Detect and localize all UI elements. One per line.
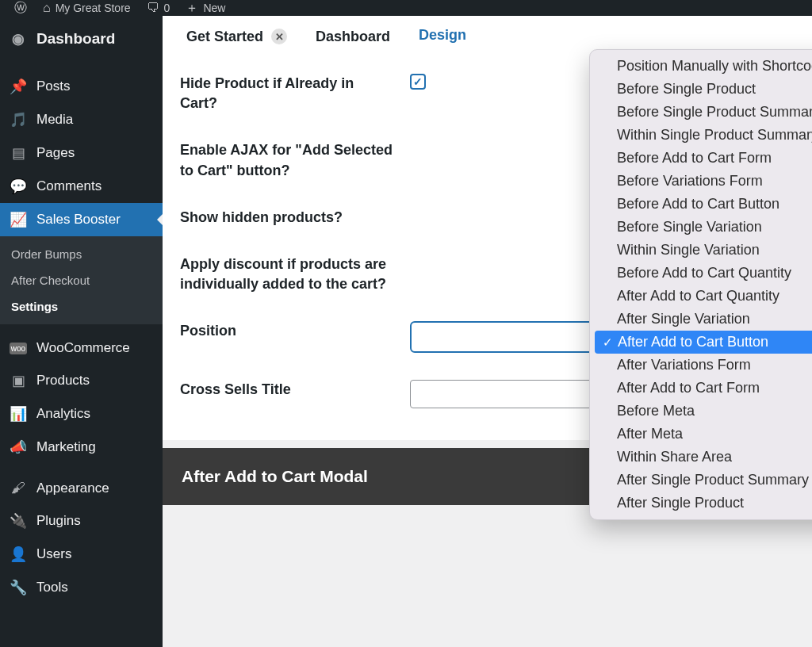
wp-logo[interactable]: ⓦ: [6, 0, 35, 17]
dropdown-option[interactable]: After Single Product Summary: [595, 469, 812, 492]
menu-label: Appearance: [36, 480, 153, 496]
menu-label: Comments: [36, 178, 153, 194]
menu-label: Sales Booster: [36, 212, 153, 228]
dashboard-icon: ◉: [10, 30, 27, 48]
pages-icon: ▤: [10, 144, 27, 162]
label-enable-ajax: Enable AJAX for "Add Selected to Cart" b…: [180, 140, 410, 180]
dropdown-option[interactable]: After Add to Cart Form: [595, 377, 812, 400]
dropdown-option[interactable]: Before Add to Cart Quantity: [595, 262, 812, 285]
plug-icon: 🔌: [10, 512, 27, 530]
menu-plugins[interactable]: 🔌Plugins: [0, 504, 163, 538]
media-icon: 🎵: [10, 111, 27, 128]
menu-label: Marketing: [36, 439, 153, 455]
menu-posts[interactable]: 📌Posts: [0, 70, 163, 103]
menu-media[interactable]: 🎵Media: [0, 103, 163, 136]
site-home[interactable]: ⌂My Great Store: [35, 1, 139, 15]
dropdown-option[interactable]: After Add to Cart Button: [595, 331, 812, 354]
dropdown-option[interactable]: Within Share Area: [595, 446, 812, 469]
admin-sidebar: ◉ Dashboard 📌Posts 🎵Media ▤Pages 💬Commen…: [0, 16, 163, 647]
submenu-settings[interactable]: Settings: [0, 293, 163, 320]
tab-label: Get Started: [186, 29, 263, 45]
dropdown-option[interactable]: Before Single Product Summary: [595, 101, 812, 124]
dropdown-option[interactable]: After Single Variation: [595, 308, 812, 331]
menu-woocommerce[interactable]: wooWooCommerce: [0, 332, 163, 364]
dropdown-option[interactable]: Before Add to Cart Button: [595, 193, 812, 216]
brush-icon: 🖌: [10, 480, 27, 496]
wordpress-icon: ⓦ: [14, 0, 27, 17]
submenu-sales-booster: Order Bumps After Checkout Settings: [0, 236, 163, 324]
dropdown-option[interactable]: Within Single Product Summary: [595, 124, 812, 147]
menu-comments[interactable]: 💬Comments: [0, 170, 163, 203]
chart-up-icon: 📈: [10, 211, 27, 228]
menu-label: Dashboard: [36, 30, 153, 48]
menu-label: Products: [36, 373, 153, 389]
label-position: Position: [180, 321, 410, 341]
label-hide-product: Hide Product if Already in Cart?: [180, 74, 410, 113]
menu-products[interactable]: ▣Products: [0, 364, 163, 397]
position-dropdown: Position Manually with ShortcodeBefore S…: [589, 49, 812, 520]
close-icon[interactable]: ✕: [271, 29, 287, 44]
submenu-after-checkout[interactable]: After Checkout: [0, 267, 163, 293]
woo-icon: woo: [10, 343, 27, 354]
menu-label: Posts: [36, 78, 153, 94]
new-content[interactable]: ＋New: [178, 0, 233, 17]
menu-users[interactable]: 👤Users: [0, 538, 163, 571]
megaphone-icon: 📣: [10, 438, 27, 456]
comments-icon: 💬: [10, 178, 27, 195]
menu-marketing[interactable]: 📣Marketing: [0, 431, 163, 464]
label-cross-sells-title: Cross Sells Title: [180, 380, 410, 400]
site-name-label: My Great Store: [56, 2, 131, 14]
label-apply-discount: Apply discount if products are individua…: [180, 255, 410, 294]
pin-icon: 📌: [10, 78, 27, 95]
home-icon: ⌂: [43, 1, 51, 15]
submenu-order-bumps[interactable]: Order Bumps: [0, 241, 163, 267]
menu-sales-booster[interactable]: 📈Sales Booster: [0, 203, 163, 236]
dropdown-option[interactable]: Before Single Variation: [595, 216, 812, 239]
dropdown-option[interactable]: Position Manually with Shortcode: [595, 55, 812, 78]
menu-label: Pages: [36, 145, 153, 161]
plus-icon: ＋: [186, 0, 198, 17]
content-area: Get Started✕ Dashboard Design Hide Produ…: [163, 16, 812, 647]
dropdown-option[interactable]: Before Variations Form: [595, 170, 812, 193]
admin-bar: ⓦ ⌂My Great Store 🗨0 ＋New: [0, 0, 812, 16]
menu-pages[interactable]: ▤Pages: [0, 136, 163, 170]
wrench-icon: 🔧: [10, 579, 27, 596]
dropdown-option[interactable]: After Variations Form: [595, 354, 812, 377]
dropdown-option[interactable]: Within Single Variation: [595, 239, 812, 262]
menu-label: WooCommerce: [36, 340, 153, 356]
dropdown-option[interactable]: Before Add to Cart Form: [595, 147, 812, 170]
bar-chart-icon: 📊: [10, 405, 27, 423]
comment-count: 0: [164, 2, 170, 14]
menu-label: Plugins: [36, 513, 153, 529]
comment-icon: 🗨: [147, 1, 159, 15]
menu-dashboard[interactable]: ◉ Dashboard: [0, 16, 163, 62]
archive-icon: ▣: [10, 372, 27, 389]
menu-label: Users: [36, 546, 153, 562]
dropdown-option[interactable]: Before Meta: [595, 400, 812, 423]
menu-label: Tools: [36, 580, 153, 595]
dropdown-option[interactable]: After Meta: [595, 423, 812, 446]
dropdown-option[interactable]: After Single Product: [595, 492, 812, 515]
menu-label: Media: [36, 112, 153, 128]
new-label: New: [203, 2, 225, 14]
user-icon: 👤: [10, 546, 27, 563]
label-show-hidden: Show hidden products?: [180, 208, 410, 228]
checkbox-hide-product[interactable]: ✓: [410, 74, 426, 90]
menu-appearance[interactable]: 🖌Appearance: [0, 472, 163, 504]
menu-tools[interactable]: 🔧Tools: [0, 571, 163, 604]
dropdown-option[interactable]: After Add to Cart Quantity: [595, 285, 812, 308]
dropdown-option[interactable]: Before Single Product: [595, 78, 812, 101]
comments-bubble[interactable]: 🗨0: [139, 1, 178, 15]
menu-analytics[interactable]: 📊Analytics: [0, 397, 163, 431]
menu-label: Analytics: [36, 406, 153, 422]
